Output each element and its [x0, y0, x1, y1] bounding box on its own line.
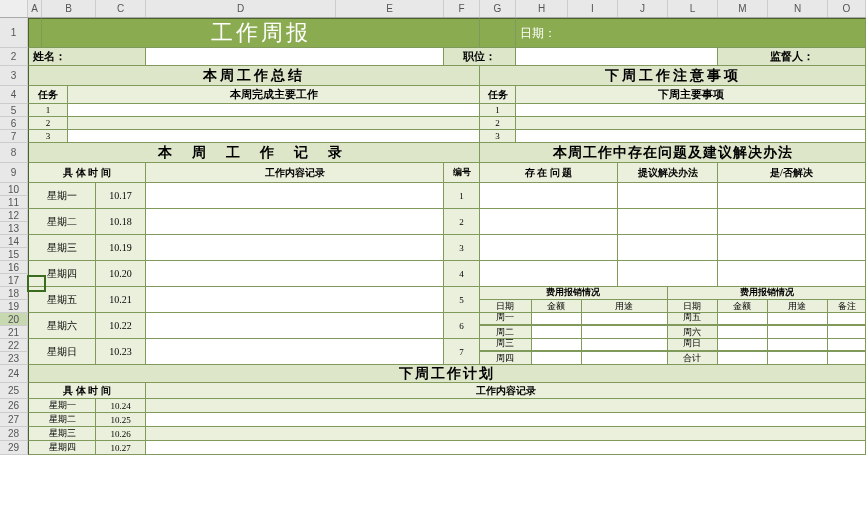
row-header[interactable]: 12 [0, 209, 28, 222]
task-next-cell[interactable] [516, 117, 866, 130]
row-header[interactable]: 26 [0, 399, 28, 413]
col-header[interactable]: F [444, 0, 480, 17]
problem-cell[interactable] [480, 209, 618, 235]
grid-area[interactable]: 工作周报 日期： 姓名： 职位： 监督人： 本周工作总结 下周工作注意事项 任务… [28, 18, 866, 455]
day-content[interactable] [146, 313, 444, 339]
plan-content-cell[interactable] [146, 399, 866, 413]
row-header[interactable]: 27 [0, 413, 28, 427]
col-header[interactable]: L [668, 0, 718, 17]
select-all-corner[interactable] [0, 0, 28, 17]
suggest-cell[interactable] [618, 209, 718, 235]
col-no: 编号 [444, 163, 480, 183]
day-name: 星期四 [28, 261, 96, 287]
task-done-cell[interactable] [68, 130, 480, 143]
day-content[interactable] [146, 209, 444, 235]
col-header[interactable]: E [336, 0, 444, 17]
solved-cell[interactable] [718, 183, 866, 209]
task-num: 2 [28, 117, 68, 130]
row-header[interactable]: 8 [0, 143, 28, 163]
day-content[interactable] [146, 235, 444, 261]
plan-day-date: 10.25 [96, 413, 146, 427]
row-header[interactable]: 6 [0, 117, 28, 130]
plan-day-name: 星期四 [28, 441, 96, 455]
suggest-cell[interactable] [618, 261, 718, 287]
day-name: 星期三 [28, 235, 96, 261]
problem-cell[interactable] [480, 183, 618, 209]
day-no: 1 [444, 183, 480, 209]
row-header[interactable]: 23 [0, 352, 28, 365]
task-num: 1 [480, 104, 516, 117]
day-date: 10.21 [96, 287, 146, 313]
solved-cell[interactable] [718, 261, 866, 287]
expense-rows[interactable]: 周三周日周四合计 [480, 339, 866, 365]
row-header[interactable]: 17 [0, 274, 28, 287]
day-no: 5 [444, 287, 480, 313]
day-name: 星期五 [28, 287, 96, 313]
row-header[interactable]: 3 [0, 66, 28, 86]
row-header[interactable]: 13 [0, 222, 28, 235]
row-header[interactable]: 16 [0, 261, 28, 274]
day-content[interactable] [146, 287, 444, 313]
problem-cell[interactable] [480, 235, 618, 261]
col-header[interactable]: I [568, 0, 618, 17]
plan-day-name: 星期一 [28, 399, 96, 413]
row-header[interactable]: 4 [0, 86, 28, 104]
day-content[interactable] [146, 261, 444, 287]
solved-cell[interactable] [718, 209, 866, 235]
col-header[interactable]: G [480, 0, 516, 17]
row-header[interactable]: 10 [0, 183, 28, 196]
row-header[interactable]: 14 [0, 235, 28, 248]
plan-content-cell[interactable] [146, 441, 866, 455]
col-header[interactable]: D [146, 0, 336, 17]
day-content[interactable] [146, 339, 444, 365]
row-header[interactable]: 1 [0, 18, 28, 48]
col-task-left: 任务 [28, 86, 68, 104]
day-no: 4 [444, 261, 480, 287]
col-content: 工作内容记录 [146, 163, 444, 183]
row-header[interactable]: 21 [0, 326, 28, 339]
row-header[interactable]: 11 [0, 196, 28, 209]
col-header[interactable]: O [828, 0, 866, 17]
row-header[interactable]: 25 [0, 383, 28, 399]
row-header[interactable]: 15 [0, 248, 28, 261]
col-header[interactable]: B [42, 0, 96, 17]
row-header[interactable]: 5 [0, 104, 28, 117]
plan-day-date: 10.26 [96, 427, 146, 441]
col-header[interactable]: N [768, 0, 828, 17]
expense-title-right: 费用报销情况 [668, 287, 866, 299]
task-num: 3 [480, 130, 516, 143]
plan-col-content: 工作内容记录 [146, 383, 866, 399]
suggest-cell[interactable] [618, 235, 718, 261]
row-header[interactable]: 28 [0, 427, 28, 441]
solved-cell[interactable] [718, 235, 866, 261]
input-name[interactable] [146, 48, 444, 66]
row-header[interactable]: 7 [0, 130, 28, 143]
col-header[interactable]: J [618, 0, 668, 17]
row-header[interactable]: 9 [0, 163, 28, 183]
problem-cell[interactable] [480, 261, 618, 287]
row-header[interactable]: 19 [0, 300, 28, 313]
day-content[interactable] [146, 183, 444, 209]
task-num: 3 [28, 130, 68, 143]
task-next-cell[interactable] [516, 104, 866, 117]
row-header[interactable]: 20 [0, 313, 28, 326]
col-header[interactable]: H [516, 0, 568, 17]
expense-rows[interactable]: 周一周五周二周六 [480, 313, 866, 339]
input-position[interactable] [516, 48, 718, 66]
col-header[interactable]: C [96, 0, 146, 17]
column-header-bar: A B C D E F G H I J L M N O [0, 0, 866, 18]
row-header[interactable]: 29 [0, 441, 28, 455]
plan-content-cell[interactable] [146, 413, 866, 427]
task-next-cell[interactable] [516, 130, 866, 143]
row-header[interactable]: 2 [0, 48, 28, 66]
col-header[interactable]: M [718, 0, 768, 17]
col-header[interactable]: A [28, 0, 42, 17]
plan-content-cell[interactable] [146, 427, 866, 441]
task-done-cell[interactable] [68, 104, 480, 117]
task-done-cell[interactable] [68, 117, 480, 130]
suggest-cell[interactable] [618, 183, 718, 209]
row-header[interactable]: 24 [0, 365, 28, 383]
row-header[interactable]: 18 [0, 287, 28, 300]
row-header[interactable]: 22 [0, 339, 28, 352]
spreadsheet: A B C D E F G H I J L M N O 123456789101… [0, 0, 866, 505]
